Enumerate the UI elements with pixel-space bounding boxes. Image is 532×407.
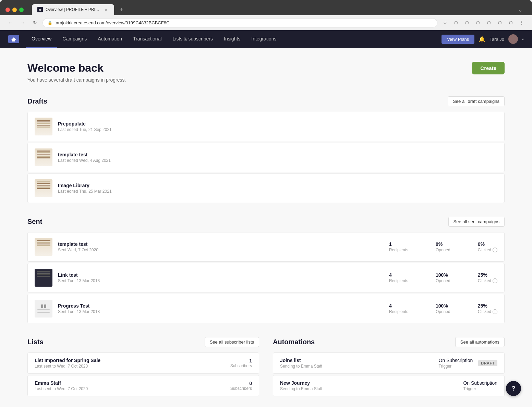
stat-label: Recipients [389,248,408,252]
sent-name: template test [58,241,384,247]
stat-value: 25% [478,303,497,309]
lists-title: Lists [27,338,44,346]
list-item-date: Last sent to Wed, 7 Oct 2020 [35,386,88,391]
nav-integrations[interactable]: Integrations [246,30,282,48]
see-all-automations-button[interactable]: See all automations [455,337,505,347]
extension-button-6[interactable]: ⬡ [506,18,516,27]
nav-campaigns[interactable]: Campaigns [57,30,92,48]
draft-date: Last edited Tue, 21 Sep 2021 [58,127,497,132]
notifications-bell-icon[interactable]: 🔔 [479,36,485,43]
list-item-info: List Imported for Spring Sale Last sent … [35,358,100,369]
forward-button[interactable]: → [18,18,27,27]
list-item-label: Subscribers [230,386,252,391]
nav-automation[interactable]: Automation [92,30,128,48]
auto-trigger-label: Trigger [463,386,497,391]
main-content: Welcome back You have several draft camp… [0,48,532,407]
stat-clicked: 0% Clicked i [478,241,497,252]
list-item[interactable]: List Imported for Spring Sale Last sent … [27,352,259,374]
draft-date: Last edited Thu, 25 Mar 2021 [58,189,497,194]
sent-item[interactable]: Progress Test Sent Tue, 13 Mar 2018 4 Re… [27,294,505,323]
list-item-count: 0 [230,381,252,386]
auto-trigger-label: Trigger [439,364,473,369]
sent-name: Progress Test [58,303,384,309]
address-bar[interactable]: 🔒 tarajokirk.createsend.com/overview/919… [43,18,437,27]
automation-item[interactable]: Joins list Sending to Emma Staff On Subs… [273,352,505,374]
auto-trigger-name: On Subscription [463,380,497,386]
see-all-sent-button[interactable]: See all sent campaigns [448,217,505,227]
extension-button-1[interactable]: ⬡ [451,18,461,27]
chevron-down-icon[interactable]: ▾ [522,37,524,41]
auto-sub: Sending to Emma Staff [280,386,463,391]
stat-label: Clicked i [478,309,497,314]
info-icon[interactable]: i [493,248,497,252]
auto-name: Joins list [280,358,439,363]
draft-thumbnail [35,179,52,197]
list-item-date: Last sent to Wed, 7 Oct 2020 [35,364,100,369]
sent-info: template test Sent Wed, 7 Oct 2020 [58,241,384,252]
tab-bar: Overview | PROFILE + PRINCIP ✕ + [32,4,514,15]
user-avatar[interactable] [508,34,518,44]
draft-thumbnail [35,148,52,166]
draft-item[interactable]: Prepopulate Last edited Tue, 21 Sep 2021 [27,112,505,141]
nav-lists[interactable]: Lists & subscribers [167,30,218,48]
draft-item[interactable]: template test Last edited Wed, 4 Aug 202… [27,143,505,172]
see-all-lists-button[interactable]: See all subscriber lists [205,337,259,347]
sent-stats: 4 Recipients 100% Opened 25% Clicked i [389,272,497,283]
nav-links: Overview Campaigns Automation Transactio… [26,30,442,48]
info-icon[interactable]: i [493,309,497,314]
new-tab-button[interactable]: + [117,5,126,15]
list-item[interactable]: Emma Staff Last sent to Wed, 7 Oct 2020 … [27,375,259,396]
info-icon[interactable]: i [493,278,497,283]
stat-clicked: 25% Clicked i [478,272,497,283]
nav-transactional[interactable]: Transactional [128,30,167,48]
stat-label: Opened [436,248,450,252]
maximize-window-button[interactable] [19,8,24,12]
welcome-section: Welcome back You have several draft camp… [27,62,505,83]
see-all-drafts-button[interactable]: See all draft campaigns [448,96,505,106]
stat-opened: 0% Opened [436,241,450,252]
extension-button-4[interactable]: ⬡ [484,18,494,27]
active-tab[interactable]: Overview | PROFILE + PRINCIP ✕ [32,4,114,15]
create-button[interactable]: Create [472,62,505,74]
extension-button-2[interactable]: ⬡ [462,18,472,27]
auto-info: New Journey Sending to Emma Staff [280,380,463,391]
sent-stats: 1 Recipients 0% Opened 0% Clicked i [389,241,497,252]
tab-close-button[interactable]: ✕ [103,7,109,12]
sent-item[interactable]: Link test Sent Tue, 13 Mar 2018 4 Recipi… [27,263,505,292]
nav-overview[interactable]: Overview [26,30,57,48]
list-item-label: Subscribers [230,363,252,368]
list-item-subs: 1 Subscribers [230,358,252,368]
app-wrapper: Overview Campaigns Automation Transactio… [0,30,532,407]
minimize-window-button[interactable] [12,8,17,12]
stat-value: 100% [436,303,450,309]
auto-trigger: On Subscription Trigger [463,380,497,391]
back-button[interactable]: ← [5,18,15,27]
window-collapse-button[interactable]: ⌄ [518,7,522,13]
sent-item[interactable]: template test Sent Wed, 7 Oct 2020 1 Rec… [27,232,505,262]
automations-title: Automations [273,338,315,346]
stat-label: Recipients [389,278,408,283]
extension-button-5[interactable]: ⬡ [495,18,505,27]
stat-value: 25% [478,272,497,278]
bookmark-button[interactable]: ☆ [440,18,450,27]
stat-value: 0% [436,241,450,247]
draft-date: Last edited Wed, 4 Aug 2021 [58,158,497,163]
sent-info: Progress Test Sent Tue, 13 Mar 2018 [58,303,384,314]
menu-button[interactable]: ⋮ [517,18,527,27]
sent-date: Sent Wed, 7 Oct 2020 [58,248,384,252]
close-window-button[interactable] [5,8,10,12]
auto-info: Joins list Sending to Emma Staff [280,358,439,369]
refresh-button[interactable]: ↻ [30,18,40,27]
list-item-subs: 0 Subscribers [230,381,252,391]
extension-button-3[interactable]: ⬡ [473,18,483,27]
nav-insights[interactable]: Insights [218,30,246,48]
app-nav: Overview Campaigns Automation Transactio… [0,30,532,48]
stat-clicked: 25% Clicked i [478,303,497,314]
view-plans-button[interactable]: View Plans [442,35,474,44]
stat-opened: 100% Opened [436,272,450,283]
stat-recipients: 1 Recipients [389,241,408,252]
automation-item[interactable]: New Journey Sending to Emma Staff On Sub… [273,375,505,396]
help-button[interactable]: ? [506,381,521,396]
auto-trigger-name: On Subscription [439,358,473,363]
draft-item[interactable]: Image Library Last edited Thu, 25 Mar 20… [27,173,505,203]
